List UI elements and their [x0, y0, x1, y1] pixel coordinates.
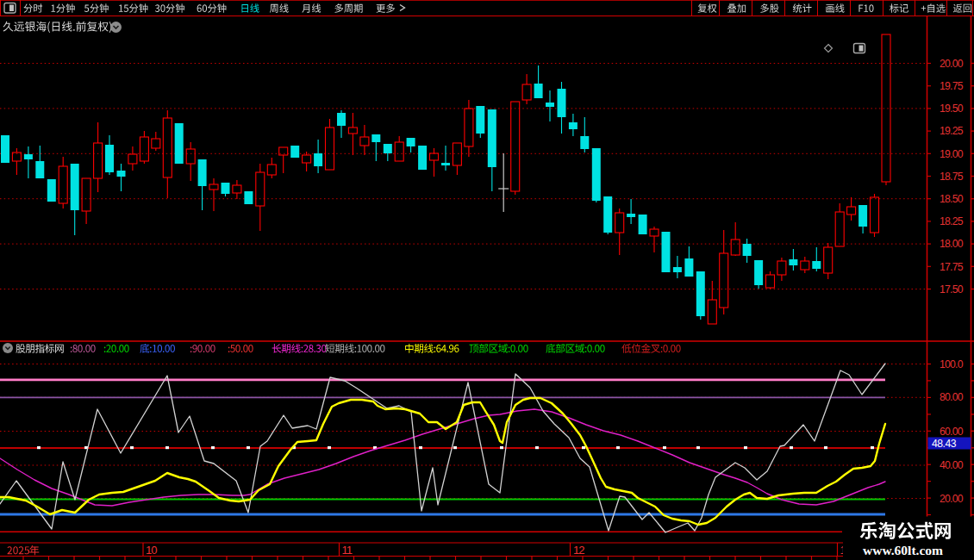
svg-text:19.75: 19.75 — [940, 80, 964, 92]
svg-text:20.00: 20.00 — [940, 493, 964, 505]
svg-text:18.75: 18.75 — [940, 171, 964, 183]
svg-text:18.25: 18.25 — [940, 215, 964, 227]
svg-text:17.75: 17.75 — [940, 261, 964, 273]
svg-text:18.50: 18.50 — [940, 193, 964, 205]
svg-text:48.43: 48.43 — [932, 438, 957, 450]
svg-text:19.25: 19.25 — [940, 125, 964, 137]
svg-text:80.00: 80.00 — [940, 391, 964, 403]
svg-text:20.00: 20.00 — [940, 58, 964, 70]
svg-text:17.50: 17.50 — [940, 283, 964, 296]
svg-text:40.00: 40.00 — [940, 459, 964, 471]
svg-text:19.50: 19.50 — [940, 103, 964, 115]
svg-text:100.0: 100.0 — [940, 358, 964, 370]
svg-text:19.00: 19.00 — [940, 148, 964, 160]
svg-text:18.00: 18.00 — [940, 238, 964, 250]
svg-text:12: 12 — [573, 544, 584, 557]
svg-text:60.00: 60.00 — [940, 426, 964, 438]
svg-text:11: 11 — [342, 544, 353, 557]
svg-text:www.60lt.com: www.60lt.com — [863, 543, 943, 557]
svg-text:10: 10 — [146, 544, 157, 557]
